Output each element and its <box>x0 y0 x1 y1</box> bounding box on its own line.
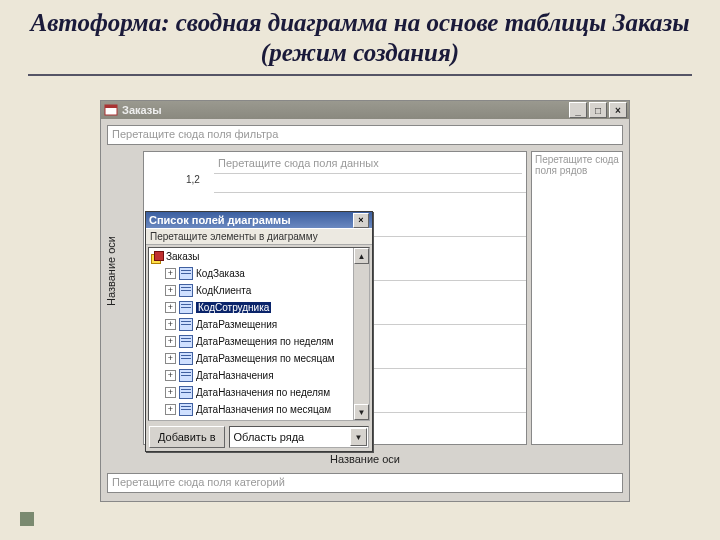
field-icon <box>179 284 193 297</box>
access-window: Заказы _ □ × Перетащите сюда поля фильтр… <box>100 100 630 502</box>
slide-decor-square <box>20 512 34 526</box>
y-tick-label: 1,2 <box>186 174 200 185</box>
grid-line <box>214 192 526 193</box>
title-rule <box>28 74 692 76</box>
tree-item[interactable]: +ДатаРазмещения по месяцам <box>149 350 369 367</box>
y-axis-label: Название оси <box>105 171 117 371</box>
client-area: Перетащите сюда поля фильтра Перетащите … <box>103 121 627 499</box>
expand-icon[interactable]: + <box>165 353 176 364</box>
categories-drop-zone[interactable]: Перетащите сюда поля категорий <box>107 473 623 493</box>
field-tree[interactable]: Заказы +КодЗаказа+КодКлиента+КодСотрудни… <box>148 247 370 421</box>
tree-item[interactable]: +ДатаНазначения <box>149 367 369 384</box>
field-icon <box>179 301 193 314</box>
field-list-titlebar[interactable]: Список полей диаграммы × <box>146 212 372 228</box>
expand-icon[interactable]: + <box>165 285 176 296</box>
slide-title: Автоформа: сводная диаграмма на основе т… <box>0 0 720 74</box>
tree-item-label: КодКлиента <box>196 285 251 296</box>
tree-root[interactable]: Заказы <box>149 248 369 265</box>
field-icon <box>179 403 193 416</box>
scrollbar[interactable]: ▲ ▼ <box>353 248 369 420</box>
add-to-button[interactable]: Добавить в <box>149 426 225 448</box>
tree-item-label: ДатаРазмещения по неделям <box>196 336 334 347</box>
expand-icon[interactable]: + <box>165 302 176 313</box>
tree-item[interactable]: +ДатаРазмещения по неделям <box>149 333 369 350</box>
tree-item-label: КодЗаказа <box>196 268 245 279</box>
field-list-close-icon[interactable]: × <box>353 213 369 228</box>
field-icon <box>179 267 193 280</box>
expand-icon[interactable]: + <box>165 370 176 381</box>
x-axis-label: Название оси <box>103 453 627 465</box>
cube-icon <box>151 251 163 263</box>
form-icon <box>104 103 118 117</box>
tree-item[interactable]: +КодСотрудника <box>149 299 369 316</box>
tree-root-label: Заказы <box>166 251 199 262</box>
expand-icon[interactable]: + <box>165 404 176 415</box>
scroll-up-icon[interactable]: ▲ <box>354 248 369 264</box>
tree-item[interactable]: +ДатаНазначения по месяцам <box>149 401 369 418</box>
tree-item-label: ДатаНазначения по месяцам <box>196 404 331 415</box>
tree-item[interactable]: +ДатаНазначения по неделям <box>149 384 369 401</box>
field-icon <box>179 352 193 365</box>
target-area-combo[interactable]: Область ряда <box>229 426 369 448</box>
tree-item[interactable]: +КодЗаказа <box>149 265 369 282</box>
tree-item[interactable]: +КодКлиента <box>149 282 369 299</box>
expand-icon[interactable]: + <box>165 319 176 330</box>
tree-item-label: ДатаРазмещения <box>196 319 277 330</box>
close-button[interactable]: × <box>609 102 627 118</box>
data-drop-zone[interactable]: Перетащите сюда поля данных <box>214 156 522 174</box>
scroll-down-icon[interactable]: ▼ <box>354 404 369 420</box>
window-title: Заказы <box>122 104 567 116</box>
field-icon <box>179 369 193 382</box>
tree-item-label: КодСотрудника <box>196 302 271 313</box>
expand-icon[interactable]: + <box>165 336 176 347</box>
field-icon <box>179 335 193 348</box>
field-icon <box>179 386 193 399</box>
tree-item[interactable]: +ДатаРазмещения <box>149 316 369 333</box>
svg-rect-1 <box>105 105 117 108</box>
filter-drop-zone[interactable]: Перетащите сюда поля фильтра <box>107 125 623 145</box>
tree-item-label: ДатаНазначения <box>196 370 274 381</box>
field-list-hint: Перетащите элементы в диаграмму <box>146 228 372 245</box>
expand-icon[interactable]: + <box>165 387 176 398</box>
field-icon <box>179 318 193 331</box>
minimize-button[interactable]: _ <box>569 102 587 118</box>
field-list-panel[interactable]: Список полей диаграммы × Перетащите элем… <box>145 211 373 452</box>
expand-icon[interactable]: + <box>165 268 176 279</box>
field-list-title: Список полей диаграммы <box>149 214 353 226</box>
titlebar[interactable]: Заказы _ □ × <box>101 101 629 119</box>
tree-item-label: ДатаРазмещения по месяцам <box>196 353 335 364</box>
field-list-buttons: Добавить в Область ряда <box>146 423 372 451</box>
tree-item-label: ДатаНазначения по неделям <box>196 387 330 398</box>
rows-drop-zone[interactable]: Перетащите сюда поля рядов <box>531 151 623 445</box>
maximize-button[interactable]: □ <box>589 102 607 118</box>
